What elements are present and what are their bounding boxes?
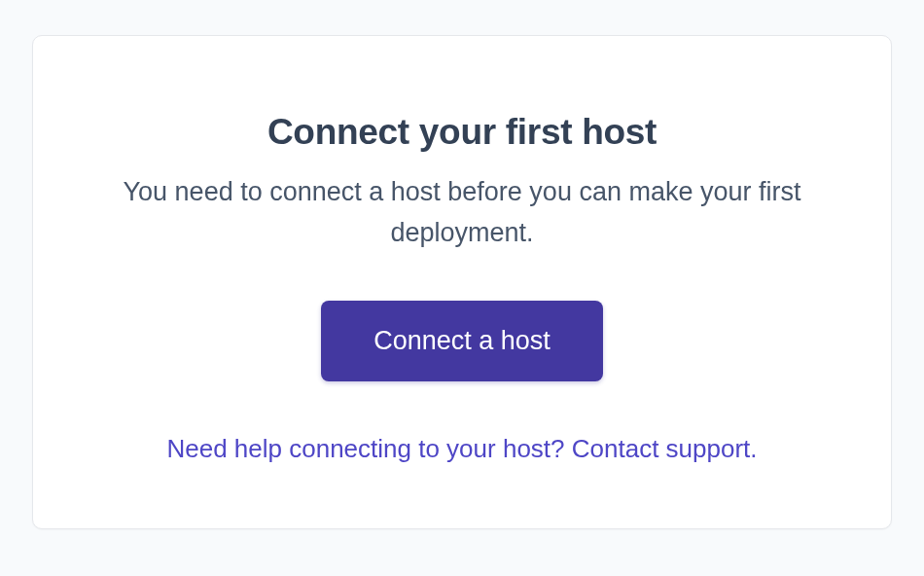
card-title: Connect your first host [82, 112, 842, 153]
contact-support-link[interactable]: Need help connecting to your host? Conta… [166, 434, 757, 464]
card-subtitle: You need to connect a host before you ca… [82, 172, 842, 254]
connect-host-button[interactable]: Connect a host [321, 301, 603, 381]
onboarding-card: Connect your first host You need to conn… [32, 35, 892, 529]
